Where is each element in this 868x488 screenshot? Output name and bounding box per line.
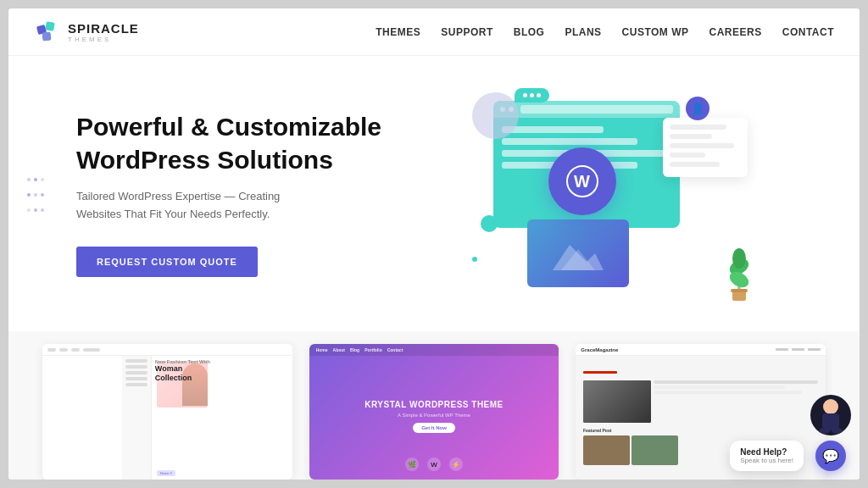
tc2-navbar: Home About Blog Portfolio Contact [309, 344, 559, 356]
nav-careers[interactable]: CAREERS [709, 26, 762, 38]
tc3-red-section [583, 371, 818, 375]
tc1-hero-image: New Fashion Text With WomanCollection [157, 361, 208, 408]
tc1-dot-4 [83, 348, 100, 352]
nav-custom-wp[interactable]: CUSTOM WP [622, 26, 689, 38]
svg-rect-2 [42, 31, 52, 41]
tc2-icon-2: W [427, 458, 441, 471]
chat-dot-3 [537, 93, 541, 97]
tc1-navbar [42, 344, 292, 356]
header: SPIRACLE THEMES THEMES SUPPORT BLOG PLAN… [8, 8, 860, 56]
plant-decoration [722, 241, 756, 304]
plant-svg [722, 241, 756, 301]
help-bubble: Need Help? Speak to us here! [730, 441, 804, 471]
svg-rect-12 [731, 289, 748, 292]
main-window: SPIRACLE THEMES THEMES SUPPORT BLOG PLAN… [8, 8, 860, 480]
spiracle-logo-icon [34, 19, 61, 46]
theme-card-krystal[interactable]: Home About Blog Portfolio Contact KRYSTA… [309, 344, 559, 480]
cta-button[interactable]: REQUEST CUSTOM QUOTE [76, 247, 258, 277]
help-avatar [810, 395, 851, 435]
tc1-body: New Fashion Text With WomanCollection Ho… [122, 356, 213, 480]
wc-line-3 [670, 143, 734, 148]
tc1-sidebar-item-3 [125, 371, 147, 374]
browser-bar [493, 101, 680, 118]
nav-contact[interactable]: CONTACT [782, 26, 834, 38]
page-frame: SPIRACLE THEMES THEMES SUPPORT BLOG PLAN… [0, 0, 868, 488]
help-widget: Need Help? Speak to us here! [730, 395, 851, 471]
user-icon: 👤 [692, 103, 704, 114]
help-avatar-area: 💬 [810, 395, 851, 471]
svg-point-10 [732, 248, 746, 269]
brand-tagline: THEMES [68, 36, 139, 43]
hero-subtitle: Tailored WordPress Expertise — Creating … [76, 188, 314, 224]
help-subtitle: Speak to us here! [740, 457, 793, 464]
chat-dots [523, 93, 541, 97]
help-widget-inner: Need Help? Speak to us here! [730, 395, 851, 471]
chat-dot-2 [530, 93, 534, 97]
tc3-main-img [583, 380, 651, 423]
content-line-2 [502, 138, 637, 145]
wc-line-4 [670, 152, 705, 158]
avatar-svg [814, 398, 848, 435]
tc3-img-3 [632, 435, 678, 465]
brand-name: SPIRACLE [68, 21, 139, 36]
tc1-dot-3 [71, 348, 80, 352]
photo-inner [527, 219, 629, 287]
help-title: Need Help? [740, 447, 793, 457]
tc2-nav-4: Portfolio [364, 347, 382, 352]
deco-circle-gray [472, 92, 519, 139]
nav-support[interactable]: SUPPORT [441, 26, 493, 38]
tc1-sidebar-item-5 [125, 383, 147, 386]
tc1-dot-2 [59, 348, 68, 352]
svg-point-13 [823, 399, 838, 414]
tc2-icon-3: ⚡ [449, 458, 463, 471]
svg-text:W: W [574, 172, 590, 191]
content-line-1 [502, 126, 604, 133]
tc1-sidebar [122, 356, 152, 480]
wordpress-logo: W [548, 147, 616, 215]
help-chat-button[interactable]: 💬 [815, 441, 846, 471]
tc3-logo: GraceMagazine [581, 347, 618, 352]
wc-line-5 [670, 162, 720, 167]
mountain-icon [553, 236, 604, 270]
nav-themes[interactable]: THEMES [376, 26, 420, 38]
chat-bubble [515, 88, 549, 103]
krystal-btn: Get It Now [413, 423, 455, 433]
tc1-content: New Fashion Text With WomanCollection Ho… [152, 356, 213, 480]
tc1-sidebar-item-1 [125, 359, 147, 363]
tc1-sidebar-item-4 [125, 377, 147, 380]
tc3-text-1 [654, 380, 818, 384]
photo-card [527, 219, 629, 287]
tc3-featured-label: Featured Post [583, 428, 611, 433]
theme-card-omnishop[interactable]: New Fashion Text With WomanCollection Ho… [42, 344, 292, 480]
tc1-dot-1 [47, 348, 56, 352]
tc3-img-2 [583, 435, 630, 465]
chat-icon: 💬 [822, 448, 839, 464]
hero-title: Powerful & Customizable WordPress Soluti… [76, 110, 415, 176]
svg-rect-14 [822, 413, 839, 429]
tc2-nav-3: Blog [350, 347, 359, 352]
hero-text: Powerful & Customizable WordPress Soluti… [76, 110, 415, 278]
nav-plans[interactable]: PLANS [565, 26, 601, 38]
dots-decoration [25, 171, 46, 217]
krystal-center: KRYSTAL WORDPRESS THEME A Simple & Power… [364, 400, 504, 433]
main-nav: THEMES SUPPORT BLOG PLANS CUSTOM WP CARE… [376, 26, 834, 38]
wp-illustration: 👤 W [468, 84, 756, 304]
tc3-link-1 [776, 348, 788, 351]
tc3-link-2 [792, 348, 804, 351]
tc2-icons: 🌿 W ⚡ [405, 458, 463, 471]
krystal-preview: Home About Blog Portfolio Contact KRYSTA… [309, 344, 559, 480]
tc1-sidebar-item-2 [125, 365, 147, 369]
tc2-nav-5: Contact [387, 347, 403, 352]
svg-rect-1 [45, 21, 55, 31]
tc3-category-bar [583, 371, 617, 374]
deco-dot-2 [472, 257, 477, 262]
hero-illustration: 👤 W [415, 75, 809, 313]
krystal-title: KRYSTAL WORDPRESS THEME [364, 400, 504, 409]
tc2-nav-2: About [333, 347, 345, 352]
omnishop-preview: New Fashion Text With WomanCollection Ho… [42, 344, 292, 480]
logo[interactable]: SPIRACLE THEMES [34, 19, 139, 46]
nav-blog[interactable]: BLOG [514, 26, 545, 38]
hero-section: Powerful & Customizable WordPress Soluti… [8, 56, 860, 331]
notification-bubble: 👤 [686, 97, 709, 120]
tc3-text-3 [654, 391, 802, 394]
